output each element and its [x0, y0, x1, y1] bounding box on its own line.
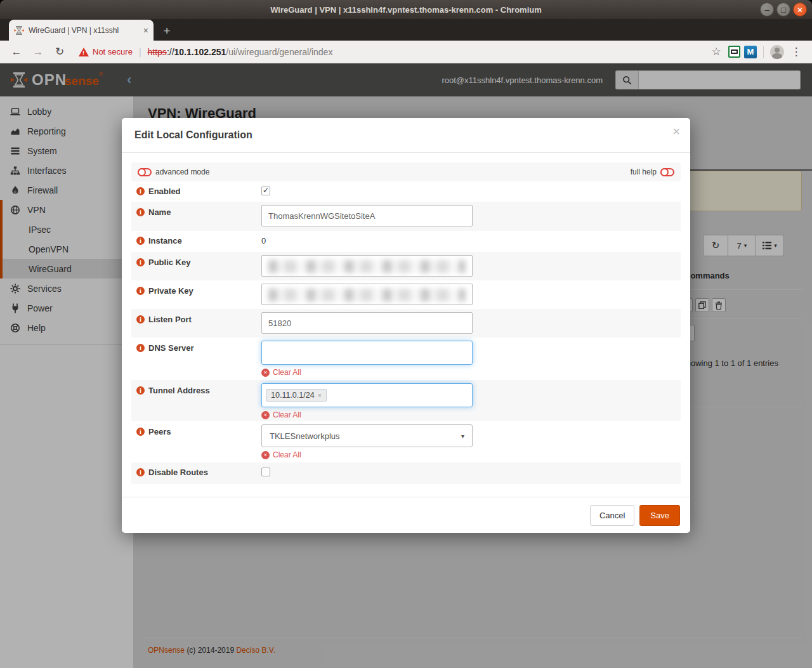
- tag-remove-icon[interactable]: ×: [318, 391, 322, 399]
- caret-down-icon: ▾: [461, 433, 464, 440]
- m-extension-icon[interactable]: M: [744, 46, 757, 58]
- field-label: Instance: [148, 236, 182, 246]
- full-help-toggle-icon[interactable]: [660, 168, 674, 176]
- info-icon[interactable]: i: [136, 428, 145, 436]
- full-help-label[interactable]: full help: [631, 167, 657, 176]
- modal-footer: Cancel Save: [122, 497, 690, 533]
- save-button[interactable]: Save: [639, 505, 680, 526]
- browser-tab[interactable]: WireGuard | VPN | x11sshl ×: [9, 20, 154, 41]
- instance-value: 0: [261, 231, 676, 249]
- maximize-button[interactable]: □: [776, 3, 790, 16]
- clear-circle-icon: ×: [261, 369, 270, 377]
- info-icon[interactable]: i: [136, 237, 145, 245]
- window-title: WireGuard | VPN | x11sshln4f.vpntest.tho…: [270, 5, 542, 15]
- peers-selected-value: TKLESnetworkplus: [270, 431, 340, 441]
- field-row-name: iName: [131, 202, 681, 231]
- field-row-enabled: iEnabled: [131, 181, 681, 202]
- clear-all-label: Clear All: [273, 450, 301, 459]
- field-row-listen-port: iListen Port: [131, 309, 681, 337]
- enabled-checkbox[interactable]: [261, 187, 270, 195]
- tab-strip: WireGuard | VPN | x11sshl × +: [0, 19, 812, 41]
- disable-routes-checkbox[interactable]: [261, 468, 270, 476]
- screenshot-extension-icon[interactable]: [728, 46, 740, 58]
- field-row-private-key: iPrivate Key: [131, 280, 681, 309]
- info-icon[interactable]: i: [136, 386, 145, 395]
- clear-all-label: Clear All: [273, 410, 301, 419]
- url-path: /ui/wireguard/general/index: [226, 47, 332, 57]
- browser-menu-icon[interactable]: ⋮: [788, 44, 804, 60]
- help-toggle-row: advanced mode full help: [131, 162, 681, 181]
- field-label: Enabled: [148, 187, 181, 196]
- reload-button[interactable]: ↻: [51, 43, 69, 61]
- field-row-peers: iPeers TKLESnetworkplus▾ ×Clear All: [131, 421, 681, 462]
- tab-title: WireGuard | VPN | x11sshl: [29, 26, 139, 35]
- field-row-public-key: iPublic Key: [131, 252, 681, 280]
- edit-local-configuration-dialog: Edit Local Configuration × advanced mode…: [122, 118, 690, 533]
- clear-circle-icon: ×: [261, 411, 270, 419]
- toolbar-divider: [763, 46, 764, 58]
- modal-header: Edit Local Configuration ×: [122, 118, 690, 153]
- page-viewport: OPNsense® ‹ root@x11sshln4f.vpntest.thom…: [0, 63, 812, 668]
- warning-triangle-icon: !: [79, 48, 89, 56]
- field-label: Peers: [148, 427, 171, 436]
- tag-value: 10.11.0.1/24: [271, 391, 315, 400]
- info-icon[interactable]: i: [136, 258, 145, 266]
- info-icon[interactable]: i: [136, 287, 145, 295]
- security-chip[interactable]: ! Not secure: [79, 47, 133, 56]
- minimize-button[interactable]: –: [760, 3, 774, 16]
- modal-title: Edit Local Configuration: [134, 129, 252, 141]
- bookmark-star-icon[interactable]: ☆: [708, 44, 724, 60]
- info-icon[interactable]: i: [136, 187, 145, 195]
- peers-clear-all-link[interactable]: ×Clear All: [261, 450, 676, 459]
- new-tab-button[interactable]: +: [157, 22, 176, 41]
- info-icon[interactable]: i: [136, 315, 145, 324]
- not-secure-label: Not secure: [93, 47, 133, 56]
- field-row-tunnel-address: iTunnel Address 10.11.0.1/24× ×Clear All: [131, 380, 681, 421]
- field-row-instance: iInstance 0: [131, 231, 681, 252]
- chip-separator: |: [139, 47, 141, 57]
- tab-favicon-opnsense-icon: [14, 25, 24, 36]
- info-icon[interactable]: i: [136, 468, 145, 476]
- private-key-input[interactable]: [261, 284, 473, 305]
- browser-toolbar: ← → ↻ ! Not secure | https://10.1.102.25…: [0, 41, 812, 63]
- modal-body: advanced mode full help iEnabled iName i…: [122, 153, 690, 497]
- peers-select[interactable]: TKLESnetworkplus▾: [261, 424, 473, 447]
- field-label: Listen Port: [148, 315, 192, 324]
- name-input[interactable]: [261, 205, 473, 226]
- field-label: Private Key: [148, 286, 193, 296]
- profile-avatar[interactable]: [770, 45, 784, 59]
- tunnel-address-input[interactable]: 10.11.0.1/24×: [261, 383, 473, 407]
- listen-port-input[interactable]: [261, 312, 473, 334]
- field-label: Public Key: [148, 258, 190, 267]
- dns-server-input[interactable]: [261, 341, 473, 365]
- modal-close-icon[interactable]: ×: [672, 124, 680, 139]
- redacted-value: [268, 260, 466, 273]
- close-window-button[interactable]: ×: [793, 3, 807, 16]
- cancel-button[interactable]: Cancel: [590, 505, 634, 526]
- info-icon[interactable]: i: [136, 208, 145, 216]
- clear-all-label: Clear All: [273, 368, 301, 377]
- field-label: DNS Server: [148, 343, 194, 353]
- url-host: 10.1.102.251: [174, 47, 226, 57]
- url-scheme: https: [148, 47, 167, 57]
- public-key-input[interactable]: [261, 255, 473, 277]
- back-button[interactable]: ←: [8, 43, 25, 61]
- forward-button[interactable]: →: [29, 43, 47, 61]
- info-icon[interactable]: i: [136, 344, 145, 352]
- tunnel-clear-all-link[interactable]: ×Clear All: [261, 410, 676, 419]
- dns-clear-all-link[interactable]: ×Clear All: [261, 368, 676, 377]
- advanced-mode-label[interactable]: advanced mode: [155, 167, 209, 176]
- clear-circle-icon: ×: [261, 451, 270, 459]
- tab-close-icon[interactable]: ×: [143, 25, 148, 36]
- field-row-dns-server: iDNS Server ×Clear All: [131, 337, 681, 380]
- url-scheme-sep: ://: [167, 47, 174, 57]
- window-controls: – □ ×: [760, 3, 807, 16]
- tunnel-address-tag: 10.11.0.1/24×: [266, 389, 327, 402]
- field-row-disable-routes: iDisable Routes: [131, 462, 681, 484]
- url-bar[interactable]: https://10.1.102.251/ui/wireguard/genera…: [148, 47, 333, 57]
- field-label: Name: [148, 207, 171, 217]
- redacted-value: [268, 289, 466, 301]
- field-label: Disable Routes: [148, 468, 208, 477]
- advanced-mode-toggle-icon[interactable]: [138, 168, 152, 176]
- window-titlebar: WireGuard | VPN | x11sshln4f.vpntest.tho…: [0, 0, 812, 19]
